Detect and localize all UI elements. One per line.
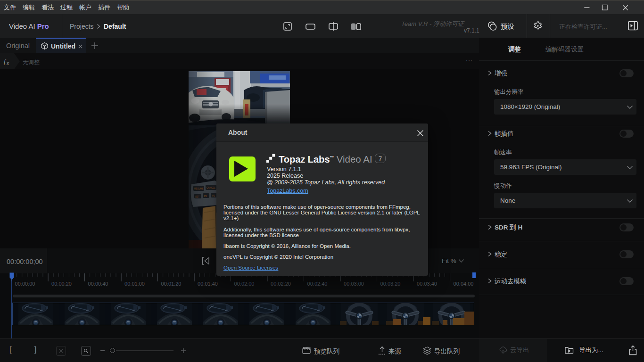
svg-text:00:02:40: 00:02:40 <box>307 281 328 287</box>
svg-text:00:01:20: 00:01:20 <box>161 281 182 287</box>
svg-text:00:01:00: 00:01:00 <box>124 281 145 287</box>
svg-text:00:03:00: 00:03:00 <box>344 281 364 287</box>
svg-text:00:02:00: 00:02:00 <box>234 281 255 287</box>
svg-text:00:00:20: 00:00:20 <box>51 281 72 287</box>
svg-text:00:02:20: 00:02:20 <box>271 281 291 287</box>
svg-text:00:00:40: 00:00:40 <box>88 281 108 287</box>
svg-text:00:03:20: 00:03:20 <box>380 281 401 287</box>
svg-text:00:04:00: 00:04:00 <box>454 281 474 287</box>
svg-text:00:03:40: 00:03:40 <box>417 281 437 287</box>
svg-text:00:00:00: 00:00:00 <box>15 281 35 287</box>
svg-text:x: x <box>6 61 9 66</box>
svg-text:00:01:40: 00:01:40 <box>198 281 218 287</box>
